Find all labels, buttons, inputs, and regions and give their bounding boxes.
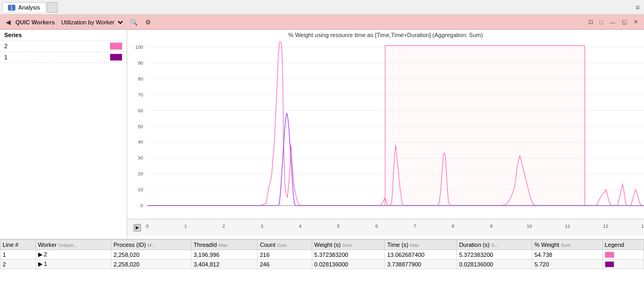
y-axis-svg: 100 90 80 70 60 50 40 30 20 10 0 xyxy=(127,39,147,219)
series-label-1: 1 xyxy=(4,54,110,60)
cell-time: 3.738877900 xyxy=(385,260,457,269)
x-tick-10: 10 xyxy=(527,224,532,229)
svg-text:40: 40 xyxy=(138,139,143,145)
th-legend[interactable]: Legend xyxy=(602,240,643,250)
series-panel: Series 2 1 xyxy=(0,30,127,239)
series-label-2: 2 xyxy=(4,43,110,49)
tab-extra xyxy=(47,2,58,13)
cell-duration: 0.028136000 xyxy=(457,260,532,269)
toolbar-title: QUIC Workers xyxy=(15,19,55,25)
table-row[interactable]: 1 ▶ 2 2,258,020 3,196,996 216 5.37238320… xyxy=(1,250,644,260)
svg-text:60: 60 xyxy=(138,108,143,113)
cell-legend xyxy=(602,260,643,269)
x-tick-9: 9 xyxy=(490,224,492,229)
x-tick-13: 13 xyxy=(641,224,644,229)
cell-pctweight: 54.738 xyxy=(532,250,603,260)
collapse-icon[interactable]: ≡ xyxy=(636,3,642,12)
y-axis: 100 90 80 70 60 50 40 30 20 10 0 xyxy=(127,39,147,219)
table-section: Line # Worker Unique... Process (ID) M..… xyxy=(0,239,644,294)
close-button[interactable]: ✕ xyxy=(631,17,641,27)
th-count[interactable]: Count Sum xyxy=(258,240,312,250)
x-axis-labels: 0 1 2 3 4 5 6 7 8 9 10 11 12 13 xyxy=(147,219,644,236)
x-axis: ▶ 0 1 2 3 4 5 6 7 8 9 10 11 12 13 xyxy=(127,219,644,236)
svg-text:10: 10 xyxy=(138,187,143,192)
x-tick-4: 4 xyxy=(299,224,302,229)
title-bar: 1 Analysis ≡ xyxy=(0,0,644,15)
cell-line: 2 xyxy=(1,260,36,269)
cell-weight: 5.372383200 xyxy=(312,250,385,260)
restore-button[interactable]: ⊡ xyxy=(586,17,596,27)
toolbar-right-icons: ⊡ □ — ◱ ✕ xyxy=(586,17,641,27)
x-tick-1: 1 xyxy=(184,224,187,229)
cell-threadid: 3,404,812 xyxy=(191,260,258,269)
chart-plot[interactable] xyxy=(147,39,644,219)
svg-text:30: 30 xyxy=(138,155,143,161)
chart-inner: 100 90 80 70 60 50 40 30 20 10 0 xyxy=(127,39,644,219)
legend-swatch xyxy=(605,261,614,268)
cell-line: 1 xyxy=(1,250,36,260)
svg-text:0: 0 xyxy=(140,203,143,208)
tab-label: Analysis xyxy=(19,4,40,11)
svg-text:20: 20 xyxy=(138,171,143,176)
cell-count: 246 xyxy=(258,260,312,269)
th-weight[interactable]: Weight (s) Sum xyxy=(312,240,385,250)
svg-text:90: 90 xyxy=(138,60,143,66)
section-toggle-button[interactable]: ◀ xyxy=(3,17,13,28)
x-tick-3: 3 xyxy=(261,224,263,229)
toolbar: ◀ QUIC Workers Utilization by Worker 🔍 ⚙… xyxy=(0,15,644,30)
x-tick-5: 5 xyxy=(337,224,340,229)
x-tick-0: 0 xyxy=(146,224,148,229)
series-color-2 xyxy=(110,42,122,50)
x-scroll-button[interactable]: ▶ xyxy=(134,224,141,231)
th-pctweight[interactable]: % Weight Sum xyxy=(532,240,603,250)
cell-worker: ▶ 1 xyxy=(36,260,111,269)
x-scroll-area[interactable]: ▶ xyxy=(127,224,147,231)
table-row[interactable]: 2 ▶ 1 2,258,020 3,404,812 246 0.02813600… xyxy=(1,260,644,269)
float-button[interactable]: ◱ xyxy=(619,17,630,27)
svg-text:50: 50 xyxy=(138,124,143,129)
cell-pctweight: 5.720 xyxy=(532,260,603,269)
view-dropdown[interactable]: Utilization by Worker xyxy=(57,17,125,27)
settings-button[interactable]: ⚙ xyxy=(143,17,154,28)
chart-area: % Weight using resource time as [Time,Ti… xyxy=(127,30,644,239)
cell-duration: 5.372383200 xyxy=(457,250,532,260)
svg-text:100: 100 xyxy=(135,44,143,50)
legend-swatch xyxy=(605,252,614,258)
maximize-button[interactable]: □ xyxy=(597,17,606,27)
th-line[interactable]: Line # xyxy=(1,240,36,250)
series-item-1[interactable]: 1 xyxy=(0,52,127,63)
x-tick-12: 12 xyxy=(603,224,608,229)
table-header-row: Line # Worker Unique... Process (ID) M..… xyxy=(1,240,644,250)
cell-time: 13.062687400 xyxy=(385,250,457,260)
th-time[interactable]: Time (s) Max xyxy=(385,240,457,250)
minimize-button[interactable]: — xyxy=(607,17,618,27)
x-tick-2: 2 xyxy=(223,224,225,229)
cell-weight: 0.028136000 xyxy=(312,260,385,269)
series-color-1 xyxy=(110,54,122,61)
tab-number: 1 xyxy=(8,5,15,11)
cell-count: 216 xyxy=(258,250,312,260)
main-content: Series 2 1 % Weight using resource time … xyxy=(0,30,644,239)
th-threadid[interactable]: ThreadId Max xyxy=(191,240,258,250)
series-item-2[interactable]: 2 xyxy=(0,41,127,52)
svg-text:70: 70 xyxy=(138,92,143,97)
cell-process: 2,258,020 xyxy=(111,250,191,260)
series-header: Series xyxy=(0,30,127,41)
th-duration[interactable]: Duration (s) S... xyxy=(457,240,532,250)
x-tick-6: 6 xyxy=(375,224,378,229)
analysis-tab[interactable]: 1 Analysis xyxy=(2,2,46,12)
x-tick-7: 7 xyxy=(413,224,416,229)
th-worker[interactable]: Worker Unique... xyxy=(36,240,111,250)
th-process[interactable]: Process (ID) M... xyxy=(111,240,191,250)
data-table: Line # Worker Unique... Process (ID) M..… xyxy=(0,239,644,269)
cell-legend xyxy=(602,250,643,260)
cell-threadid: 3,196,996 xyxy=(191,250,258,260)
svg-text:80: 80 xyxy=(138,76,143,82)
chart-title: % Weight using resource time as [Time,Ti… xyxy=(127,30,644,39)
x-tick-8: 8 xyxy=(452,224,454,229)
search-button[interactable]: 🔍 xyxy=(127,17,140,28)
x-tick-11: 11 xyxy=(565,224,570,229)
cell-worker: ▶ 2 xyxy=(36,250,111,260)
cell-process: 2,258,020 xyxy=(111,260,191,269)
chart-svg xyxy=(147,39,644,219)
